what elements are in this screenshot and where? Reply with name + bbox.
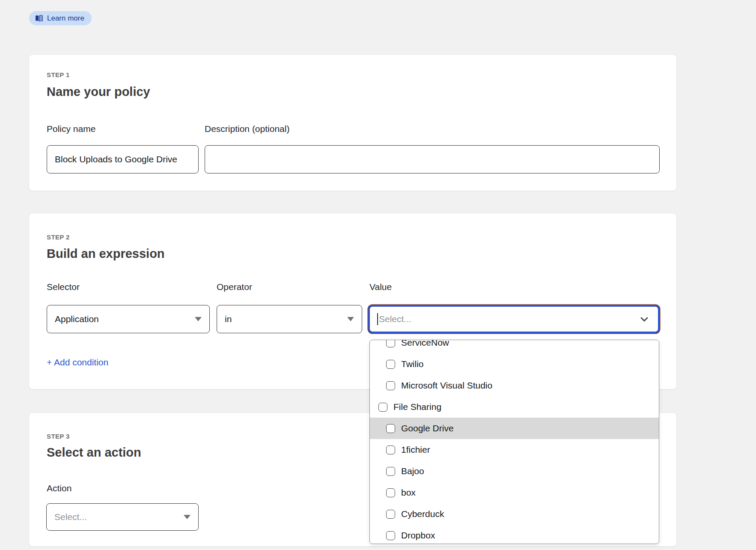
step3-title: Select an action (47, 445, 141, 460)
add-condition-link[interactable]: + Add condition (47, 357, 108, 368)
policy-name-input[interactable] (47, 145, 199, 173)
policy-name-label: Policy name (47, 124, 95, 134)
dropdown-item-label: 1fichier (401, 445, 430, 455)
dropdown-item-label: Google Drive (401, 423, 454, 433)
dropdown-triangle-icon (184, 515, 190, 519)
checkbox[interactable] (386, 488, 395, 497)
learn-more-label: Learn more (47, 14, 84, 23)
checkbox[interactable] (386, 360, 395, 369)
operator-select-value: in (225, 314, 232, 324)
step1-title: Name your policy (47, 85, 150, 99)
dropdown-item-label: Twilio (401, 359, 424, 369)
dropdown-item-microsoft-visual-studio[interactable]: Microsoft Visual Studio (370, 375, 659, 396)
step2-title: Build an expression (47, 247, 165, 261)
checkbox[interactable] (386, 445, 395, 454)
dropdown-item-box[interactable]: box (370, 482, 659, 503)
selector-select-value: Application (55, 314, 99, 324)
dropdown-item-label: Bajoo (401, 466, 424, 476)
chevron-down-icon (639, 314, 649, 324)
operator-select[interactable]: in (217, 305, 362, 333)
selector-label: Selector (47, 282, 80, 292)
value-combobox[interactable]: Select... (368, 305, 660, 333)
text-cursor (377, 313, 378, 325)
value-dropdown-panel: ServiceNow Twilio Microsoft Visual Studi… (369, 340, 659, 544)
dropdown-item-file-sharing[interactable]: File Sharing (370, 396, 659, 418)
action-select[interactable]: Select... (46, 503, 199, 531)
value-label: Value (369, 282, 392, 292)
step1-card: STEP 1 Name your policy Policy name Desc… (29, 54, 677, 191)
step1-label: STEP 1 (47, 71, 70, 78)
description-input[interactable] (205, 145, 660, 173)
dropdown-item-google-drive[interactable]: Google Drive (370, 418, 659, 439)
dropdown-item-dropbox[interactable]: Dropbox (370, 525, 659, 544)
dropdown-item-label: Dropbox (401, 530, 435, 541)
checkbox[interactable] (386, 381, 395, 390)
checkbox[interactable] (386, 467, 395, 476)
book-icon (35, 14, 43, 23)
checkbox[interactable] (386, 340, 395, 347)
dropdown-item-label: Cyberduck (401, 509, 444, 519)
dropdown-item-label: ServiceNow (401, 340, 449, 348)
selector-select[interactable]: Application (47, 305, 210, 333)
step2-label: STEP 2 (47, 233, 70, 241)
value-dropdown-list: ServiceNow Twilio Microsoft Visual Studi… (370, 340, 659, 544)
checkbox[interactable] (386, 424, 395, 433)
dropdown-item-servicenow[interactable]: ServiceNow (370, 340, 659, 353)
action-select-placeholder: Select... (54, 512, 87, 522)
action-label: Action (47, 483, 71, 493)
dropdown-item-label: File Sharing (393, 402, 441, 412)
dropdown-item-cyberduck[interactable]: Cyberduck (370, 503, 659, 525)
dropdown-triangle-icon (195, 317, 202, 321)
operator-label: Operator (217, 282, 252, 292)
dropdown-item-twilio[interactable]: Twilio (370, 353, 659, 375)
dropdown-item-label: box (401, 487, 416, 498)
description-label: Description (optional) (205, 124, 289, 134)
dropdown-item-label: Microsoft Visual Studio (401, 380, 492, 391)
checkbox[interactable] (386, 531, 395, 540)
checkbox[interactable] (378, 403, 387, 412)
step3-label: STEP 3 (47, 433, 70, 440)
checkbox[interactable] (386, 510, 395, 519)
value-placeholder: Select... (379, 314, 411, 324)
dropdown-item-1fichier[interactable]: 1fichier (370, 439, 659, 460)
dropdown-item-bajoo[interactable]: Bajoo (370, 460, 659, 482)
dropdown-triangle-icon (347, 317, 354, 321)
learn-more-button[interactable]: Learn more (29, 11, 92, 25)
